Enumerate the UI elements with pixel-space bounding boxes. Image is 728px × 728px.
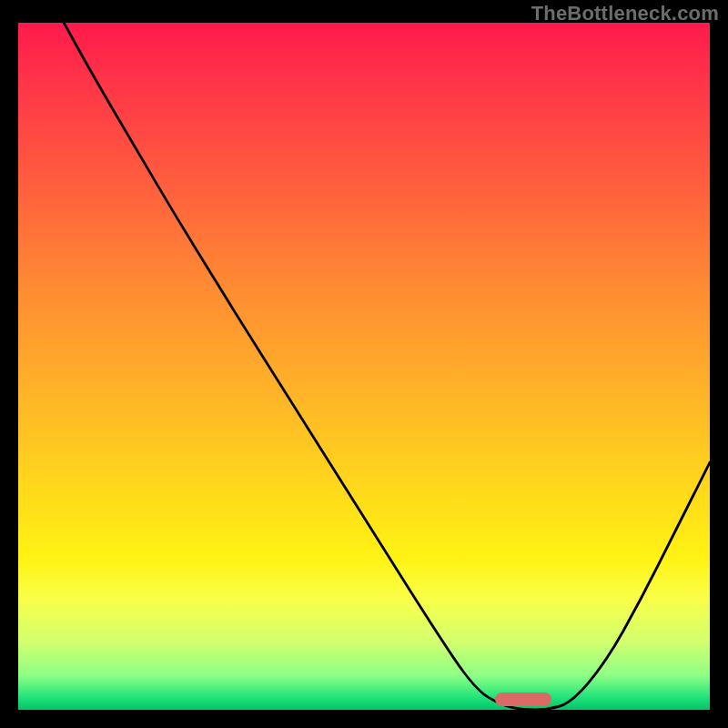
plot-area: [18, 23, 710, 710]
bottleneck-curve: [18, 23, 710, 710]
optimal-marker: [495, 693, 551, 706]
chart-container: TheBottleneck.com: [0, 0, 728, 728]
